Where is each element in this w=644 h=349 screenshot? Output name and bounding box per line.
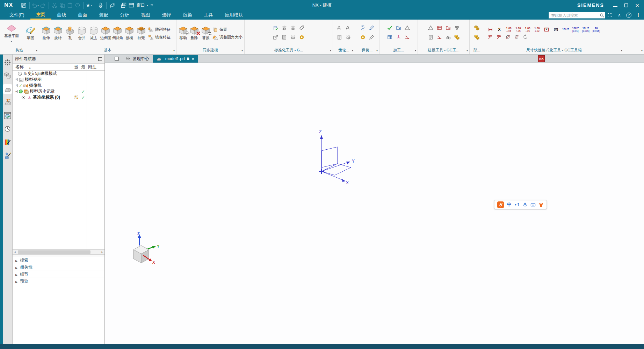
group-caret-icon[interactable] xyxy=(376,47,378,54)
tri-icon[interactable] xyxy=(405,25,410,31)
yellow-cubes-icon[interactable] xyxy=(474,25,480,31)
ime-toolbar[interactable]: S 中 xyxy=(494,200,547,209)
spring-coil-icon[interactable] xyxy=(360,25,366,31)
ime-skin-icon[interactable] xyxy=(538,202,544,207)
sketch-check-icon[interactable] xyxy=(273,25,278,31)
approve-check-icon[interactable] xyxy=(387,25,393,31)
tree-row-datum-csys[interactable]: 基准坐标系 (0) ✓ xyxy=(13,94,104,100)
layer-settings-icon[interactable] xyxy=(290,25,296,31)
dimension-width-icon[interactable] xyxy=(487,27,493,33)
gear-script-icon[interactable] xyxy=(337,25,342,31)
alert-icon[interactable] xyxy=(635,12,641,18)
grid-table-icon[interactable] xyxy=(436,25,442,31)
menu-surface[interactable]: 曲面 xyxy=(72,10,93,20)
tree-row-model-history[interactable]: 模型历史记录 ✓ xyxy=(13,88,104,94)
menu-selection[interactable]: 选择 xyxy=(156,10,177,20)
yellow-cubes-icon[interactable] xyxy=(454,35,460,40)
boxed-dim-icon[interactable]: X xyxy=(543,28,550,31)
expand-triangle-icon[interactable] xyxy=(15,279,17,284)
axes-icon[interactable] xyxy=(396,35,401,40)
datum-plane-button[interactable]: 基准平面 xyxy=(2,24,21,43)
tab-model1-prt[interactable]: _model1.prt xyxy=(153,55,198,63)
ime-language-toggle[interactable]: 中 xyxy=(507,201,512,208)
tab-discovery-center[interactable]: 发现中心 xyxy=(122,55,153,63)
draft-button[interactable]: 拔模 xyxy=(123,26,135,41)
cascade-windows-button[interactable] xyxy=(120,1,128,9)
chamfer-button[interactable]: 倒斜角 xyxy=(111,26,123,41)
dropdown-caret-icon[interactable] xyxy=(10,39,12,43)
group-label-gear[interactable]: 齿轮... xyxy=(333,47,355,54)
fit-10-limits-icon[interactable]: 10[8.015] xyxy=(593,27,600,33)
web-browser-icon[interactable] xyxy=(3,111,12,121)
column-latest[interactable]: 最 xyxy=(80,64,87,70)
scroll-left-icon[interactable] xyxy=(13,250,17,254)
yellow-cubes-icon[interactable] xyxy=(474,35,480,40)
ime-mic-icon[interactable] xyxy=(522,202,528,207)
repeat-command-button[interactable] xyxy=(74,1,81,9)
group-caret-icon[interactable] xyxy=(352,47,353,54)
delete-face-button[interactable]: 删除 xyxy=(189,26,200,41)
reference-dim-icon[interactable]: (X) xyxy=(553,28,559,31)
pattern-feature-button[interactable]: 阵列特征 xyxy=(148,27,171,32)
group-label-dimension-format[interactable]: 尺寸快速格式化工具 - GC工具箱 xyxy=(484,47,624,54)
fixture-icon[interactable] xyxy=(396,25,401,31)
window-menu[interactable]: 窗口 xyxy=(137,2,145,8)
dim-brush-icon[interactable] xyxy=(436,35,442,40)
customize-quick-access-button[interactable] xyxy=(149,1,155,9)
group-label-modeling-tools[interactable]: 建模工具 - GC工... xyxy=(418,47,469,54)
menu-application[interactable]: 应用模块 xyxy=(219,10,249,20)
rotate-reset-icon[interactable] xyxy=(522,34,528,40)
move-face-button[interactable]: 移动 xyxy=(178,26,189,41)
group-caret-icon[interactable] xyxy=(621,47,622,54)
group-caret-icon[interactable] xyxy=(466,47,468,54)
doc-settings-icon[interactable] xyxy=(282,35,287,40)
fit-10h7-limits-icon[interactable]: 10H7[8.015] xyxy=(582,27,589,33)
assembly-navigator-icon[interactable] xyxy=(3,71,12,81)
group-label-construction[interactable]: 构造 xyxy=(0,47,39,54)
expand-triangle-icon[interactable] xyxy=(15,272,17,277)
part-navigator-icon[interactable] xyxy=(3,84,12,94)
group-caret-icon[interactable] xyxy=(241,47,243,54)
group-label-machining[interactable]: 加工... xyxy=(379,47,418,54)
datum-csys-graphic[interactable] xyxy=(313,131,355,186)
notes-icon[interactable] xyxy=(428,35,433,40)
search-input[interactable] xyxy=(549,12,605,19)
table-icon[interactable] xyxy=(387,35,393,40)
float-panel-button[interactable] xyxy=(98,57,102,61)
tree-row-model-views[interactable]: 模型视图 xyxy=(13,77,104,83)
group-caret-icon[interactable] xyxy=(36,47,37,54)
group-caret-icon[interactable] xyxy=(330,47,331,54)
triangle-icon[interactable] xyxy=(428,25,433,31)
shell-button[interactable]: 抽壳 xyxy=(135,26,147,41)
restore-panel-button[interactable] xyxy=(115,57,119,60)
gear-modify-icon[interactable] xyxy=(346,25,351,31)
tag-icon[interactable] xyxy=(299,25,305,31)
history-palette-icon[interactable] xyxy=(3,124,12,134)
close-tab-icon[interactable] xyxy=(191,56,194,62)
constraint-navigator-icon[interactable] xyxy=(3,57,12,67)
edge-blend-button[interactable]: 边倒圆 xyxy=(100,26,111,41)
tolerance-icon[interactable]: 1.00±.02 xyxy=(534,27,540,33)
search-icon[interactable] xyxy=(599,12,605,19)
group-label-synchronous[interactable]: 同步建模 xyxy=(176,47,244,54)
sketch-button[interactable]: 草图 xyxy=(23,26,37,41)
sort-ascending-icon[interactable] xyxy=(29,65,31,70)
tolerance-icon[interactable]: 1.00+.05 xyxy=(515,27,521,33)
ime-keyboard-icon[interactable] xyxy=(530,202,536,207)
paste-button[interactable] xyxy=(66,1,74,9)
undo-button[interactable] xyxy=(31,1,39,9)
scroll-right-icon[interactable] xyxy=(100,250,104,254)
redo-button[interactable] xyxy=(39,1,47,9)
expand-icon[interactable] xyxy=(15,78,18,81)
graphics-viewport[interactable]: Z Y X Z Y X xyxy=(105,63,644,344)
minimize-ribbon-icon[interactable] xyxy=(616,12,622,18)
section-details[interactable]: 细节 xyxy=(13,271,104,278)
voice-command-button[interactable] xyxy=(97,1,104,9)
column-comment[interactable]: 附注 xyxy=(87,64,104,70)
menu-analysis[interactable]: 分析 xyxy=(114,10,135,20)
horizontal-scrollbar[interactable] xyxy=(13,249,104,254)
window-icon[interactable] xyxy=(128,1,135,9)
radius-dim-icon[interactable] xyxy=(496,34,502,40)
tolerance-icon[interactable]: 1.00-.05 xyxy=(524,27,531,33)
spring-pen-icon[interactable] xyxy=(369,25,374,31)
